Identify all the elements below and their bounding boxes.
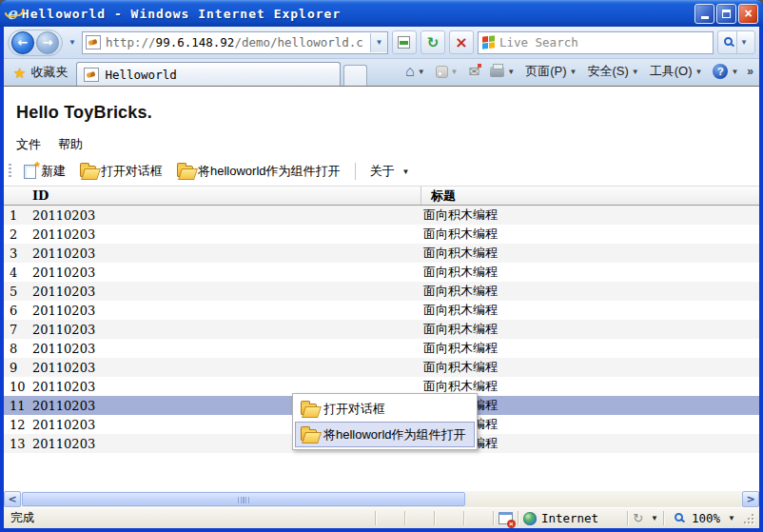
page-menu-button[interactable]: 页面(P)▼ (521, 62, 580, 81)
search-input[interactable]: Live Search (478, 31, 714, 54)
zoom-level[interactable]: 100% (692, 511, 720, 525)
about-button[interactable]: 关于 ▼ (365, 161, 415, 182)
tab-label: Helloworld (105, 68, 176, 82)
overflow-chevron-icon[interactable]: » (745, 65, 755, 78)
maximize-icon (722, 10, 731, 18)
search-icon (724, 37, 733, 46)
new-tab-button[interactable] (343, 65, 367, 86)
compatibility-view-button[interactable] (392, 30, 417, 54)
row-id-cell: 20110203 (32, 227, 421, 242)
safety-menu-button[interactable]: 安全(S)▼ (583, 62, 642, 81)
open-folder-icon (80, 166, 96, 177)
status-text: 完成 (10, 510, 34, 526)
search-options-dropdown[interactable]: ▼ (736, 31, 751, 53)
row-title-cell: 面向积木编程 (421, 283, 759, 300)
home-icon: ⌂ (405, 64, 415, 79)
close-button[interactable]: × (738, 4, 758, 24)
refresh-button[interactable]: ↻ (421, 30, 445, 54)
row-number-cell: 8 (4, 342, 32, 356)
url-text: http://99.6.148.92/demo/helloworld.c (101, 35, 370, 49)
protected-mode-icon[interactable] (499, 512, 513, 524)
search-button[interactable]: ▼ (717, 30, 755, 54)
row-number-cell: 2 (4, 227, 32, 242)
back-button[interactable]: ← (11, 31, 34, 54)
status-bar: 完成 Internet ↻ ▼ 100% ▼ (4, 507, 759, 528)
scroll-right-button[interactable]: > (742, 491, 759, 507)
favorites-label: 收藏夹 (30, 64, 68, 81)
nav-buttons: ← → (8, 30, 63, 56)
row-id-cell: 20110203 (32, 266, 421, 280)
table-row[interactable]: 7 20110203 面向积木编程 (4, 320, 759, 339)
help-button[interactable]: ?▼ (709, 63, 742, 80)
table-row[interactable]: 6 20110203 面向积木编程 (4, 301, 759, 320)
menu-file[interactable]: 文件 (16, 136, 41, 153)
feeds-button[interactable]: ▼ (432, 65, 462, 79)
row-number-cell: 3 (4, 246, 32, 261)
search-placeholder: Live Search (499, 35, 578, 49)
page-content: Hello ToyBricks. 文件 帮助 新建 打开对话框 将hellowo… (4, 87, 759, 507)
title-bar: e Helloworld - Windows Internet Explorer… (0, 0, 763, 27)
row-number-cell: 13 (4, 437, 32, 451)
scroll-left-button[interactable]: < (4, 491, 21, 507)
row-number-cell: 12 (4, 418, 32, 432)
resize-grip[interactable] (742, 512, 754, 524)
maximize-button[interactable] (716, 4, 736, 24)
header-id[interactable]: ID (32, 188, 421, 203)
zoom-dropdown[interactable]: ▼ (728, 514, 735, 522)
scrollbar-thumb[interactable] (22, 492, 465, 506)
row-id-cell: 20110203 (32, 323, 421, 337)
history-dropdown[interactable]: ▼ (67, 38, 78, 47)
horizontal-scrollbar[interactable]: < > (4, 491, 759, 507)
open-dialog-button[interactable]: 打开对话框 (75, 161, 167, 182)
printer-icon (490, 67, 504, 77)
row-title-cell: 面向积木编程 (421, 302, 759, 319)
row-title-cell: 面向积木编程 (421, 245, 759, 262)
row-id-cell: 20110203 (32, 246, 421, 261)
tab-bar: ★ 收藏夹 Helloworld ⌂▼ ▼ ✉ ▼ 页面(P)▼ 安全(S)▼ … (4, 59, 759, 87)
ie-logo-icon: e (7, 4, 17, 23)
stop-button[interactable]: × (449, 30, 474, 54)
tab-page-icon (84, 68, 99, 82)
header-title[interactable]: 标题 (421, 187, 759, 205)
open-folder-icon (177, 166, 193, 177)
address-dropdown[interactable]: ▼ (370, 33, 387, 52)
compatibility-view-icon (398, 36, 410, 49)
tools-menu-button[interactable]: 工具(O)▼ (646, 62, 707, 81)
table-row[interactable]: 9 20110203 面向积木编程 (4, 358, 759, 377)
open-component-button[interactable]: 将helloworld作为组件打开 (172, 161, 345, 182)
table-row[interactable]: 8 20110203 面向积木编程 (4, 339, 759, 358)
table-row[interactable]: 5 20110203 面向积木编程 (4, 282, 759, 301)
help-icon: ? (713, 64, 728, 79)
row-title-cell: 面向积木编程 (421, 340, 759, 357)
smartscreen-dropdown[interactable]: ▼ (651, 514, 658, 522)
row-id-cell: 20110203 (32, 304, 421, 318)
row-title-cell: 面向积木编程 (421, 359, 759, 376)
favorites-button[interactable]: ★ 收藏夹 (8, 61, 76, 86)
minimize-button[interactable] (695, 4, 714, 24)
page-icon (86, 35, 101, 49)
row-number-cell: 1 (4, 208, 32, 223)
toolbar-grip-handle[interactable] (9, 164, 11, 179)
print-button[interactable]: ▼ (486, 66, 518, 78)
table-row[interactable]: 3 20110203 面向积木编程 (4, 244, 759, 263)
table-row[interactable]: 2 20110203 面向积木编程 (4, 225, 759, 244)
command-bar: ⌂▼ ▼ ✉ ▼ 页面(P)▼ 安全(S)▼ 工具(O)▼ ?▼ » (401, 62, 755, 86)
home-button[interactable]: ⌂▼ (401, 63, 429, 80)
context-menu-item[interactable]: 将helloworld作为组件打开 (295, 422, 475, 447)
row-number-cell: 5 (4, 285, 32, 299)
smartscreen-filter-icon[interactable]: ↻ (633, 512, 643, 524)
menu-help[interactable]: 帮助 (58, 136, 83, 153)
tab-helloworld[interactable]: Helloworld (76, 62, 341, 86)
context-menu-item[interactable]: 打开对话框 (295, 396, 475, 422)
row-title-cell: 面向积木编程 (421, 264, 759, 281)
forward-button[interactable]: → (36, 31, 59, 54)
row-number-cell: 10 (4, 380, 32, 394)
zoom-icon (675, 513, 683, 522)
address-bar[interactable]: http://99.6.148.92/demo/helloworld.c ▼ (82, 31, 388, 54)
new-button[interactable]: 新建 (19, 161, 70, 182)
new-document-icon (24, 165, 36, 179)
table-row[interactable]: 4 20110203 面向积木编程 (4, 263, 759, 282)
read-mail-button[interactable]: ✉ (465, 64, 484, 79)
table-row[interactable]: 1 20110203 面向积木编程 (4, 206, 759, 225)
row-title-cell: 面向积木编程 (421, 226, 759, 243)
